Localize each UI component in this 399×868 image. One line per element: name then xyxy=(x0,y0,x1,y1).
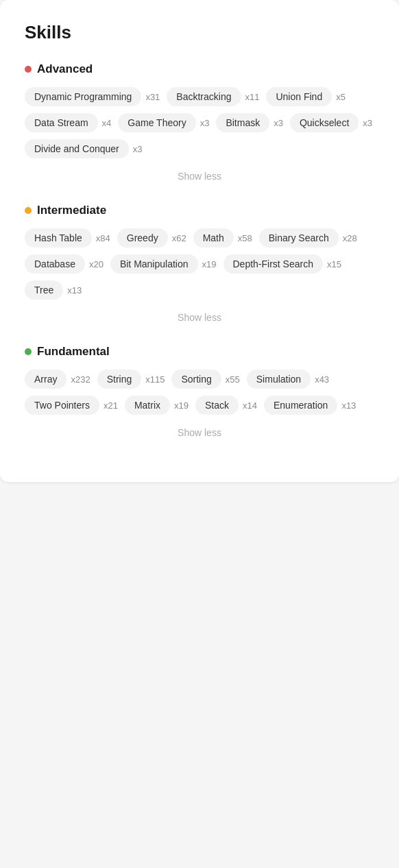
section-header-intermediate: Intermediate xyxy=(25,204,374,217)
tag-count: x43 xyxy=(315,374,329,385)
tag-group: Treex13 xyxy=(25,280,82,300)
show-less-intermediate[interactable]: Show less xyxy=(25,309,374,326)
tag-group: Sortingx55 xyxy=(171,370,239,389)
tag-group: Hash Tablex84 xyxy=(25,228,110,248)
section-intermediate: IntermediateHash Tablex84Greedyx62Mathx5… xyxy=(25,204,374,326)
tag-count: x62 xyxy=(172,233,186,243)
tag-label[interactable]: Matrix xyxy=(125,396,170,415)
tag-group: Data Streamx4 xyxy=(25,113,111,132)
tag-group: Quickselectx3 xyxy=(290,113,372,132)
tag-group: Greedyx62 xyxy=(117,228,186,248)
dot-fundamental xyxy=(25,348,32,355)
tag-group: Binary Searchx28 xyxy=(259,228,357,248)
show-less-fundamental[interactable]: Show less xyxy=(25,424,374,441)
tag-count: x13 xyxy=(67,285,82,296)
tag-count: x20 xyxy=(89,259,104,269)
tag-group: Stringx115 xyxy=(97,370,165,389)
tag-label[interactable]: Math xyxy=(193,228,234,248)
page-title: Skills xyxy=(25,22,374,43)
tag-count: x55 xyxy=(226,374,240,385)
tag-count: x19 xyxy=(202,259,217,269)
section-fundamental: FundamentalArrayx232Stringx115Sortingx55… xyxy=(25,345,374,441)
tag-label[interactable]: Game Theory xyxy=(118,113,195,132)
tag-group: Bitmaskx3 xyxy=(216,113,283,132)
tag-group: Matrixx19 xyxy=(125,396,189,415)
tag-label[interactable]: Dynamic Programming xyxy=(25,87,141,106)
tag-count: x15 xyxy=(327,259,341,269)
tag-label[interactable]: Divide and Conquer xyxy=(25,139,129,158)
tag-label[interactable]: Stack xyxy=(195,396,239,415)
tag-count: x232 xyxy=(71,374,90,385)
tag-label[interactable]: Enumeration xyxy=(264,396,337,415)
tag-label[interactable]: Bitmask xyxy=(216,113,269,132)
tag-group: Union Findx5 xyxy=(266,87,345,106)
section-title-fundamental: Fundamental xyxy=(37,345,110,359)
tag-label[interactable]: Greedy xyxy=(117,228,168,248)
tag-label[interactable]: Two Pointers xyxy=(25,396,99,415)
tag-count: x31 xyxy=(145,92,160,102)
tag-group: Enumerationx13 xyxy=(264,396,356,415)
tag-group: Bit Manipulationx19 xyxy=(110,254,217,274)
tag-count: x58 xyxy=(238,233,252,243)
tag-group: Divide and Conquerx3 xyxy=(25,139,142,158)
tag-count: x28 xyxy=(343,233,357,243)
tag-count: x4 xyxy=(102,118,112,128)
tag-label[interactable]: Data Stream xyxy=(25,113,98,132)
dot-advanced xyxy=(25,66,32,73)
tag-count: x21 xyxy=(104,400,118,411)
show-less-advanced[interactable]: Show less xyxy=(25,168,374,184)
tag-group: Game Theoryx3 xyxy=(118,113,209,132)
tag-group: Mathx58 xyxy=(193,228,252,248)
tags-container-fundamental: Arrayx232Stringx115Sortingx55Simulationx… xyxy=(25,370,374,415)
tag-count: x3 xyxy=(133,144,143,154)
tag-group: Databasex20 xyxy=(25,254,104,274)
tag-group: Stackx14 xyxy=(195,396,257,415)
tag-label[interactable]: Depth-First Search xyxy=(223,254,323,274)
tag-label[interactable]: Simulation xyxy=(247,370,311,389)
dot-intermediate xyxy=(25,207,32,214)
section-advanced: AdvancedDynamic Programmingx31Backtracki… xyxy=(25,62,374,184)
tag-label[interactable]: Union Find xyxy=(266,87,332,106)
tag-count: x13 xyxy=(341,400,356,411)
tag-label[interactable]: Database xyxy=(25,254,85,274)
section-header-advanced: Advanced xyxy=(25,62,374,76)
tags-container-advanced: Dynamic Programmingx31Backtrackingx11Uni… xyxy=(25,87,374,158)
tag-count: x11 xyxy=(245,92,260,102)
tag-count: x115 xyxy=(145,374,165,385)
tag-count: x3 xyxy=(274,118,283,128)
tag-count: x14 xyxy=(243,400,257,411)
section-title-intermediate: Intermediate xyxy=(37,204,106,217)
section-title-advanced: Advanced xyxy=(37,62,93,76)
tag-count: x19 xyxy=(174,400,189,411)
tag-label[interactable]: Hash Table xyxy=(25,228,92,248)
tag-label[interactable]: Sorting xyxy=(171,370,221,389)
tag-group: Dynamic Programmingx31 xyxy=(25,87,160,106)
section-header-fundamental: Fundamental xyxy=(25,345,374,359)
tag-count: x84 xyxy=(96,233,110,243)
tag-count: x3 xyxy=(200,118,210,128)
tag-group: Two Pointersx21 xyxy=(25,396,118,415)
tag-group: Backtrackingx11 xyxy=(167,87,259,106)
skills-card: Skills AdvancedDynamic Programmingx31Bac… xyxy=(0,0,399,482)
tag-group: Arrayx232 xyxy=(25,370,90,389)
tag-label[interactable]: Binary Search xyxy=(259,228,339,248)
tag-group: Simulationx43 xyxy=(247,370,329,389)
tag-count: x3 xyxy=(363,118,372,128)
tag-label[interactable]: String xyxy=(97,370,142,389)
tags-container-intermediate: Hash Tablex84Greedyx62Mathx58Binary Sear… xyxy=(25,228,374,300)
tag-group: Depth-First Searchx15 xyxy=(223,254,341,274)
tag-label[interactable]: Bit Manipulation xyxy=(110,254,198,274)
tag-label[interactable]: Backtracking xyxy=(167,87,241,106)
tag-count: x5 xyxy=(336,92,346,102)
tag-label[interactable]: Tree xyxy=(25,280,63,300)
tag-label[interactable]: Quickselect xyxy=(290,113,359,132)
tag-label[interactable]: Array xyxy=(25,370,66,389)
